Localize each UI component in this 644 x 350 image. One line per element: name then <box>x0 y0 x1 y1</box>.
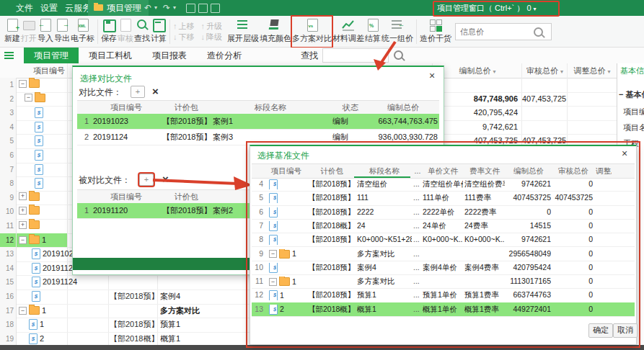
collapse-icon[interactable]: − <box>19 80 27 88</box>
table-row[interactable]: 5$【部2018预】111...111单价111费率40745372540745… <box>252 191 635 205</box>
collapse-icon[interactable]: − <box>19 236 27 244</box>
new-button[interactable]: +新建 <box>4 17 20 47</box>
column-header-audit[interactable]: 审核总价 ▾ <box>522 63 568 78</box>
redo-dropdown-icon[interactable]: ▾ <box>173 0 176 16</box>
table-row-selected[interactable]: 120191023【部2018预】案例1编制663,744,763.475 <box>77 114 439 130</box>
table-row-selected[interactable]: 13$2【部2018概】概算1...概算1单价概算1费率4492724010 <box>252 302 635 317</box>
open-button[interactable]: 打开 <box>21 17 37 47</box>
menu-settings[interactable]: 设置 <box>40 0 58 16</box>
settlement-button[interactable]: %结算 <box>365 17 381 47</box>
remove-file-button[interactable]: × <box>152 85 159 97</box>
tab-basic-info[interactable]: 基本信息 <box>620 66 644 76</box>
search-icon[interactable] <box>534 27 543 37</box>
move-down-button[interactable]: ↓下移 <box>173 32 195 42</box>
find-input[interactable] <box>322 48 389 63</box>
multi-scheme-compare-button[interactable]: vs多方案对比 <box>292 17 332 47</box>
import-button[interactable]: ←导入 <box>38 17 53 47</box>
document-tab[interactable]: 项目管理 <box>88 0 149 16</box>
undo-dropdown-icon[interactable]: ▾ <box>154 0 157 16</box>
table-row[interactable]: 11−1多方案对比...11130171650 <box>252 274 635 289</box>
document-icon: $ <box>35 135 43 146</box>
document-icon: $ <box>35 122 43 133</box>
expand-icon[interactable]: + <box>19 192 27 200</box>
folder-icon <box>29 192 40 201</box>
document-icon: $ <box>32 248 40 259</box>
window-switcher[interactable]: 项目管理窗口（ Ctrl+` ） 0 ▾ <box>437 0 574 16</box>
arrow-up-icon: ↑ <box>201 22 206 30</box>
folder-icon <box>29 235 40 244</box>
titlebar-tool-icon[interactable] <box>211 4 220 13</box>
expand-levels-button[interactable]: 展开层级 <box>227 17 259 47</box>
table-row[interactable]: 9−1多方案对比...29565480490 <box>252 247 635 261</box>
column-header-code[interactable]: 项目编号 <box>17 63 65 78</box>
ebid-button[interactable]: XML电子标 <box>71 17 94 47</box>
info-price-search <box>455 23 552 40</box>
close-icon[interactable]: × <box>619 148 630 159</box>
menu-cloud[interactable]: 云服务 <box>65 0 91 16</box>
menu-icon[interactable] <box>4 52 14 53</box>
collapse-icon[interactable]: − <box>25 94 32 102</box>
compare-file-label: 对比文件： <box>79 86 122 99</box>
audit-total: 407,453,725 <box>522 92 567 106</box>
compile-total: 847,748,906 <box>433 92 521 106</box>
export-button[interactable]: →导出 <box>54 17 70 47</box>
tab-cost-analysis[interactable]: 造价分析 <box>197 48 252 63</box>
titlebar-tool-icon[interactable] <box>198 4 208 13</box>
annotation-box-dialog: 选择基准文件 × 项目编号 计价包 标段名称 ... 单价文件 费率文件 编制总… <box>246 141 640 348</box>
collapse-icon[interactable]: − <box>19 307 27 315</box>
column-header-adjust[interactable]: 调整总价 ▾ <box>568 63 617 78</box>
fill-color-button[interactable]: 填充颜色 <box>260 17 291 47</box>
document-icon: $ <box>35 178 43 189</box>
paint-bucket-icon <box>270 19 278 26</box>
cancel-button[interactable]: 取消 <box>613 323 638 338</box>
downgrade-button[interactable]: ↓降级 <box>201 32 223 42</box>
undo-icon[interactable]: ↶ <box>144 0 151 16</box>
titlebar-tool-icon[interactable] <box>186 4 195 13</box>
add-base-file-button[interactable]: + <box>139 174 154 186</box>
ok-button[interactable]: 确定 <box>588 323 613 338</box>
arrow-down-icon: ↓ <box>173 32 177 41</box>
calc-button[interactable]: 计算 <box>151 17 167 47</box>
column-header-compile[interactable]: 编制总价 ▾ <box>433 63 522 78</box>
table-row[interactable]: 6$【部2018预】2222...2222单价2222费率00 <box>252 205 635 220</box>
material-adjust-button[interactable]: 材料调差 <box>332 17 364 47</box>
collapse-icon[interactable]: − <box>269 250 277 258</box>
document-icon: $ <box>32 291 40 302</box>
table-row[interactable]: 8$【部2018预】K0+000~K51+282...K0+000~K...K0… <box>252 233 635 247</box>
compile-total: 9,742,621 <box>433 120 521 134</box>
move-up-button[interactable]: ↑上移 <box>173 21 195 32</box>
expand-icon[interactable]: + <box>19 207 27 215</box>
table-row[interactable]: 12$1【部2018预】预算1...预算1单价预算1费率6637447630 <box>252 288 635 302</box>
toolbar-separator <box>416 19 417 44</box>
upgrade-button[interactable]: ↑升级 <box>201 21 223 32</box>
audit-button[interactable]: 审核 <box>118 17 133 47</box>
redo-icon[interactable]: ↷ <box>163 0 170 16</box>
tab-project-materials[interactable]: 项目工料机 <box>79 48 142 63</box>
document-icon: $ <box>269 235 278 245</box>
document-icon: $ <box>269 179 278 189</box>
group-basic-info[interactable]: − 基本信息 <box>619 89 644 100</box>
unify-price-button[interactable]: ←统一组价 <box>381 17 413 47</box>
expand-icon[interactable]: + <box>19 221 27 229</box>
document-icon: $ <box>35 164 43 175</box>
table-row[interactable]: 7$【部2018概】24...24单价24费率145150 <box>252 219 635 233</box>
folder-icon <box>29 306 40 315</box>
find-label: 查找 <box>301 50 318 62</box>
tab-project-reports[interactable]: 项目报表 <box>142 48 197 63</box>
tab-project-manage[interactable]: 项目管理 <box>24 48 79 63</box>
add-file-button[interactable]: + <box>131 86 145 98</box>
search-icon[interactable] <box>393 50 405 61</box>
table-row[interactable]: 10$【部2018预】案例4...案例4单价案例4费率4207954240 <box>252 261 635 275</box>
menu-file[interactable]: 文件 <box>16 0 33 16</box>
find-button[interactable]: 查找 <box>134 17 150 47</box>
cost-goods-button[interactable]: 造价干货 <box>420 17 451 47</box>
document-icon: $ <box>32 277 40 287</box>
save-button[interactable]: 保存 <box>101 17 117 47</box>
collapse-icon[interactable]: − <box>269 278 277 286</box>
table-row[interactable]: 4$【部2018预】清空组价...清空组价单价清空组价费率97426210 <box>252 177 635 192</box>
app-window: 文件 设置 云服务 项目管理 ↶ ▾ ↷ ▾ 项目管理窗口（ Ctrl+` ） … <box>0 0 644 350</box>
document-icon: $ <box>269 207 278 217</box>
remove-base-file-button[interactable]: × <box>162 173 169 185</box>
document-icon: $ <box>35 150 43 161</box>
close-icon[interactable]: × <box>426 70 438 81</box>
